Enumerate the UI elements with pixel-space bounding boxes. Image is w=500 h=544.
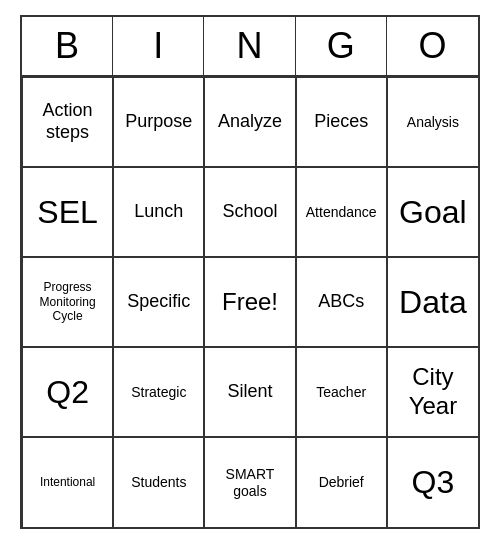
cell-text-7: School: [222, 201, 277, 223]
bingo-cell-0: Action steps: [22, 77, 113, 167]
bingo-cell-9: Goal: [387, 167, 478, 257]
bingo-cell-5: SEL: [22, 167, 113, 257]
cell-text-20: Intentional: [40, 475, 95, 489]
bingo-cell-6: Lunch: [113, 167, 204, 257]
bingo-cell-21: Students: [113, 437, 204, 527]
bingo-cell-23: Debrief: [296, 437, 387, 527]
cell-text-23: Debrief: [319, 474, 364, 491]
bingo-header: BINGO: [22, 17, 478, 77]
bingo-cell-2: Analyze: [204, 77, 295, 167]
cell-text-1: Purpose: [125, 111, 192, 133]
cell-text-13: ABCs: [318, 291, 364, 313]
bingo-grid: Action stepsPurposeAnalyzePiecesAnalysis…: [22, 77, 478, 527]
bingo-cell-3: Pieces: [296, 77, 387, 167]
cell-text-24: Q3: [412, 463, 455, 501]
header-letter-G: G: [296, 17, 387, 75]
bingo-cell-8: Attendance: [296, 167, 387, 257]
cell-text-11: Specific: [127, 291, 190, 313]
bingo-cell-17: Silent: [204, 347, 295, 437]
bingo-cell-10: Progress Monitoring Cycle: [22, 257, 113, 347]
bingo-cell-15: Q2: [22, 347, 113, 437]
bingo-cell-1: Purpose: [113, 77, 204, 167]
bingo-cell-13: ABCs: [296, 257, 387, 347]
cell-text-12: Free!: [222, 288, 278, 317]
bingo-cell-16: Strategic: [113, 347, 204, 437]
cell-text-2: Analyze: [218, 111, 282, 133]
cell-text-3: Pieces: [314, 111, 368, 133]
cell-text-14: Data: [399, 283, 467, 321]
header-letter-I: I: [113, 17, 204, 75]
header-letter-B: B: [22, 17, 113, 75]
bingo-cell-14: Data: [387, 257, 478, 347]
cell-text-19: City Year: [392, 363, 474, 421]
header-letter-N: N: [204, 17, 295, 75]
bingo-card: BINGO Action stepsPurposeAnalyzePiecesAn…: [20, 15, 480, 529]
cell-text-22: SMART goals: [209, 466, 290, 500]
cell-text-6: Lunch: [134, 201, 183, 223]
header-letter-O: O: [387, 17, 478, 75]
bingo-cell-19: City Year: [387, 347, 478, 437]
bingo-cell-22: SMART goals: [204, 437, 295, 527]
cell-text-4: Analysis: [407, 114, 459, 131]
bingo-cell-7: School: [204, 167, 295, 257]
cell-text-8: Attendance: [306, 204, 377, 221]
cell-text-17: Silent: [227, 381, 272, 403]
cell-text-10: Progress Monitoring Cycle: [27, 280, 108, 323]
cell-text-0: Action steps: [27, 100, 108, 143]
cell-text-16: Strategic: [131, 384, 186, 401]
bingo-cell-20: Intentional: [22, 437, 113, 527]
bingo-cell-24: Q3: [387, 437, 478, 527]
cell-text-21: Students: [131, 474, 186, 491]
bingo-cell-12: Free!: [204, 257, 295, 347]
bingo-cell-11: Specific: [113, 257, 204, 347]
bingo-cell-4: Analysis: [387, 77, 478, 167]
cell-text-15: Q2: [46, 373, 89, 411]
bingo-cell-18: Teacher: [296, 347, 387, 437]
cell-text-9: Goal: [399, 193, 467, 231]
cell-text-5: SEL: [37, 193, 97, 231]
cell-text-18: Teacher: [316, 384, 366, 401]
